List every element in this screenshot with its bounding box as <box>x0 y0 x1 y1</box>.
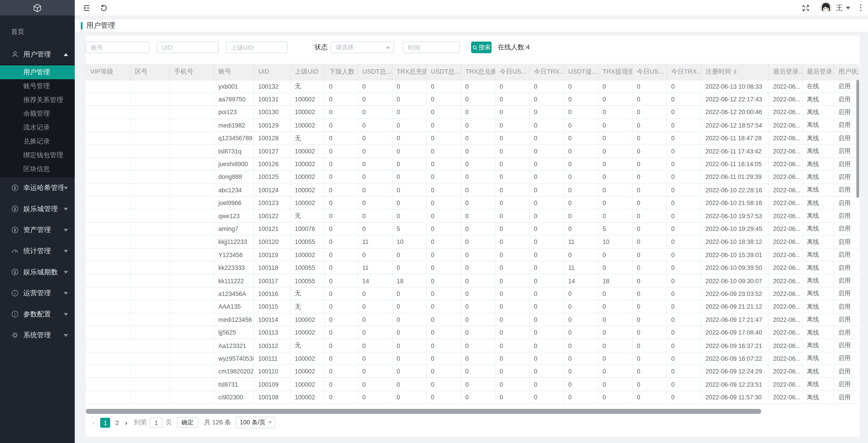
table-cell: poi123 <box>214 106 254 119</box>
table-cell: 0 <box>461 352 495 365</box>
current-page-button[interactable]: 1 <box>100 417 111 427</box>
table-cell: 0 <box>529 365 563 378</box>
table-cell: 0 <box>598 209 632 222</box>
sidebar-subitem[interactable]: 用户管理 <box>0 65 75 79</box>
page-size-select[interactable]: 100 条/页 <box>236 417 275 428</box>
table-cell: 离线 <box>802 131 834 145</box>
table-row: joel9966100123100002000000000002022-06-1… <box>86 197 859 209</box>
table-cell: 启用 <box>834 222 859 235</box>
refresh-icon[interactable] <box>100 4 108 12</box>
more-menu-icon[interactable] <box>858 3 864 12</box>
table-cell: 0 <box>563 157 598 171</box>
chevron-down-icon <box>64 229 68 231</box>
chevron-down-icon[interactable] <box>845 6 850 9</box>
table-cell: 0 <box>632 80 666 93</box>
next-page-button[interactable]: › <box>125 418 127 426</box>
table-cell: 0 <box>495 209 529 222</box>
horizontal-scrollbar[interactable] <box>86 409 761 414</box>
table-cell: 100115 <box>253 300 290 313</box>
sidebar-subitem[interactable]: 区块信息 <box>0 162 75 176</box>
sidebar-subitem[interactable]: 流水记录 <box>0 121 75 135</box>
table-cell: 0 <box>461 171 495 183</box>
table-cell: 100130 <box>253 106 290 119</box>
table-cell: 0 <box>598 339 632 352</box>
yen-circle-icon <box>11 184 19 191</box>
sidebar-group[interactable]: 系统管理 <box>0 325 75 346</box>
table-cell: 0 <box>495 365 529 378</box>
topbar-right: 王 <box>802 2 864 14</box>
table-cell <box>169 131 214 145</box>
sidebar-group-user-management[interactable]: 用户管理 <box>0 44 75 64</box>
sidebar-group[interactable]: 参数配置 <box>0 304 75 325</box>
chevron-down-icon <box>64 292 68 294</box>
table-cell: 0 <box>529 222 563 235</box>
collapse-menu-icon[interactable] <box>83 4 91 12</box>
table-cell: 0 <box>426 326 461 339</box>
sidebar-group[interactable]: 资产管理 <box>0 219 75 240</box>
status-select[interactable]: 请选择 <box>331 41 394 53</box>
sidebar-item-home[interactable]: 首页 <box>0 24 75 39</box>
search-button[interactable]: 搜索 <box>471 41 492 53</box>
table-cell: 0 <box>666 222 701 235</box>
sidebar-subitem[interactable]: 推荐关系管理 <box>0 93 75 107</box>
table-cell: 2022-06-10 09:30:07 <box>701 274 768 287</box>
goto-page-input[interactable] <box>149 417 163 427</box>
table-cell: 0 <box>426 93 461 106</box>
prev-page-button[interactable]: ‹ <box>92 418 95 426</box>
table-cell: 0 <box>666 197 701 209</box>
table-cell: 0 <box>461 183 495 197</box>
sidebar-subitem[interactable]: 账号管理 <box>0 79 75 93</box>
time-input[interactable] <box>403 41 460 53</box>
table-cell: 100111 <box>253 352 290 365</box>
table-row: aming7100121100076005000005002022-06-10 … <box>86 222 859 235</box>
sidebar-group[interactable]: 运营管理 <box>0 283 75 304</box>
confirm-page-button[interactable]: 确定 <box>177 417 198 427</box>
sidebar-group[interactable]: 娱乐城管理 <box>0 199 75 219</box>
table-cell: 0 <box>495 326 529 339</box>
table-cell: 0 <box>392 339 426 352</box>
table-cell: 100127 <box>253 145 290 157</box>
uid-input[interactable] <box>157 41 219 53</box>
sidebar-group[interactable]: 娱乐城期数 <box>0 262 75 283</box>
parent-uid-input[interactable] <box>226 41 288 53</box>
column-header: 今日TRX... <box>666 64 701 80</box>
table-cell: 0 <box>529 235 563 248</box>
sort-icon[interactable] <box>733 69 737 74</box>
yen-circle-icon <box>11 205 19 213</box>
table-cell: 100132 <box>253 80 290 93</box>
table-cell: 启用 <box>834 300 859 313</box>
sidebar-subitem[interactable]: 余额管理 <box>0 107 75 121</box>
sidebar-group[interactable]: 幸运哈希管理 <box>0 177 75 199</box>
user-name[interactable]: 王 <box>836 3 843 12</box>
table-cell: 离线 <box>802 235 834 248</box>
table-cell: 0 <box>461 365 495 378</box>
table-cell: 2022-06-09 11:57:30 <box>701 391 768 404</box>
table-cell: 100002 <box>290 378 324 391</box>
table-cell: 0 <box>529 300 563 313</box>
table-cell: 100123 <box>253 197 290 209</box>
column-header[interactable]: 注册时间 <box>701 64 768 80</box>
table-cell: 在线 <box>802 80 834 93</box>
table-cell <box>169 235 214 248</box>
account-input[interactable] <box>86 41 149 53</box>
table-cell: 离线 <box>802 261 834 274</box>
fullscreen-icon[interactable] <box>802 4 810 12</box>
table-cell: 0 <box>461 326 495 339</box>
table-cell: 启用 <box>834 93 859 106</box>
avatar[interactable] <box>820 2 832 14</box>
table-row: kkjj112233100120100055011100000111000202… <box>86 235 859 248</box>
sidebar-subitem[interactable]: 绑定钱包管理 <box>0 148 75 162</box>
table-row: medi1982100129100002000000000002022-06-1… <box>86 119 859 131</box>
vertical-scrollbar[interactable] <box>857 80 859 198</box>
table-cell: 100120 <box>253 235 290 248</box>
table-cell: Y123456 <box>214 248 254 261</box>
table-cell: 启用 <box>834 80 859 93</box>
page-button[interactable]: 2 <box>115 419 119 426</box>
sidebar-subitem[interactable]: 兑换记录 <box>0 135 75 148</box>
table-cell: 2022-06-12 20:00:46 <box>701 106 768 119</box>
sidebar-group[interactable]: 统计管理 <box>0 240 75 262</box>
table-cell: joel9966 <box>214 197 254 209</box>
table-cell: 100128 <box>253 131 290 145</box>
table-cell: 0 <box>461 131 495 145</box>
table-cell: 0 <box>666 378 701 391</box>
